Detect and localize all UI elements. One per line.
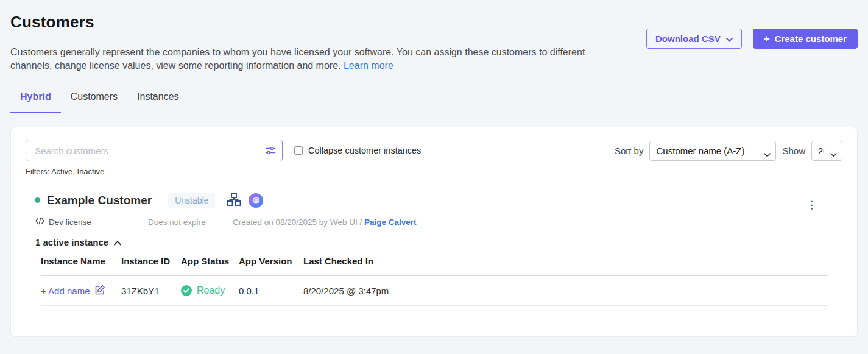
show-select-wrap: 20 (811, 141, 842, 161)
show-label: Show (782, 146, 805, 156)
show-select[interactable]: 20 (811, 141, 842, 161)
app-version-value: 0.0.1 (239, 286, 303, 296)
col-instance-name: Instance Name (41, 256, 121, 266)
edit-icon (94, 285, 105, 297)
sort-select-wrap: Customer name (A-Z) (649, 141, 776, 161)
download-csv-button[interactable]: Download CSV (646, 29, 742, 49)
add-name-button[interactable]: + Add name (41, 285, 121, 297)
section-divider (26, 324, 844, 324)
page-description: Customers generally represent the compan… (10, 46, 607, 73)
created-by-link[interactable]: Paige Calvert (364, 218, 417, 227)
check-circle-icon (181, 285, 192, 296)
create-customer-label: Create customer (775, 34, 847, 44)
active-instances-toggle[interactable]: 1 active instance (26, 237, 842, 247)
page-title: Customers (10, 13, 607, 32)
collapse-instances-checkbox[interactable] (294, 146, 303, 155)
collapse-instances-control: Collapse customer instances (294, 146, 421, 155)
col-app-version: App Version (239, 256, 303, 266)
license-type: Dev license (35, 217, 148, 227)
channel-badge: Unstable (168, 193, 215, 208)
customer-row-header: Example Customer Unstable ☸ ⋮ (26, 190, 842, 210)
license-details-row: Dev license Does not expire Created on 0… (26, 217, 842, 227)
instance-id-value: 31ZKbY1 (121, 286, 181, 296)
kubernetes-icon: ☸ (249, 193, 263, 208)
license-type-label: Dev license (49, 218, 91, 227)
tab-hybrid[interactable]: Hybrid (10, 91, 61, 113)
download-csv-label: Download CSV (655, 34, 721, 44)
collapse-instances-label: Collapse customer instances (308, 146, 421, 155)
customer-type-icons: ☸ (227, 192, 263, 209)
table-row: + Add name 31ZKbY1 Ready 0.0.1 (41, 276, 828, 306)
helm-chart-icon (227, 192, 241, 209)
active-filters-text: Filters: Active, Inactive (26, 167, 842, 176)
kebab-menu-icon[interactable]: ⋮ (806, 200, 817, 210)
instances-table-header: Instance Name Instance ID App Status App… (41, 256, 828, 276)
card-toolbar: Collapse customer instances Sort by Cust… (26, 140, 842, 161)
tab-instances[interactable]: Instances (127, 91, 188, 113)
tab-bar: Hybrid Customers Instances (10, 91, 858, 113)
active-status-dot (35, 197, 40, 203)
tab-customers[interactable]: Customers (61, 91, 127, 113)
license-expiry: Does not expire (148, 218, 233, 227)
license-created: Created on 08/20/2025 by Web UI / Paige … (233, 218, 416, 227)
chevron-down-icon (726, 34, 733, 44)
sort-select[interactable]: Customer name (A-Z) (649, 141, 776, 161)
learn-more-link[interactable]: Learn more (344, 60, 393, 71)
page-header-text: Customers Customers generally represent … (10, 13, 607, 73)
filter-sliders-icon[interactable] (264, 144, 277, 159)
sort-by-label: Sort by (615, 146, 644, 156)
app-status-value: Ready (197, 285, 225, 296)
search-wrap (26, 140, 283, 161)
col-last-checked-in: Last Checked In (303, 256, 828, 266)
header-actions: Download CSV + Create customer (646, 29, 858, 49)
app-status-cell: Ready (181, 285, 239, 296)
list-controls: Sort by Customer name (A-Z) Show 20 (615, 141, 842, 161)
created-text: Created on 08/20/2025 by Web UI / (233, 218, 364, 227)
instances-table: Instance Name Instance ID App Status App… (41, 256, 828, 306)
search-input[interactable] (26, 140, 283, 161)
code-icon (35, 217, 44, 227)
last-checked-in-value: 8/20/2025 @ 3:47pm (303, 286, 828, 296)
page-description-text: Customers generally represent the compan… (10, 47, 585, 71)
add-name-label: + Add name (41, 286, 90, 296)
plus-icon: + (764, 34, 770, 44)
active-instances-label: 1 active instance (35, 237, 108, 247)
col-instance-id: Instance ID (121, 256, 181, 266)
page-header: Customers Customers generally represent … (10, 0, 858, 73)
col-app-status: App Status (181, 256, 239, 266)
customers-page: Customers Customers generally represent … (0, 0, 868, 337)
customers-card: Collapse customer instances Sort by Cust… (10, 127, 858, 337)
customer-name[interactable]: Example Customer (47, 194, 152, 207)
create-customer-button[interactable]: + Create customer (753, 29, 858, 49)
chevron-up-icon (114, 237, 121, 247)
